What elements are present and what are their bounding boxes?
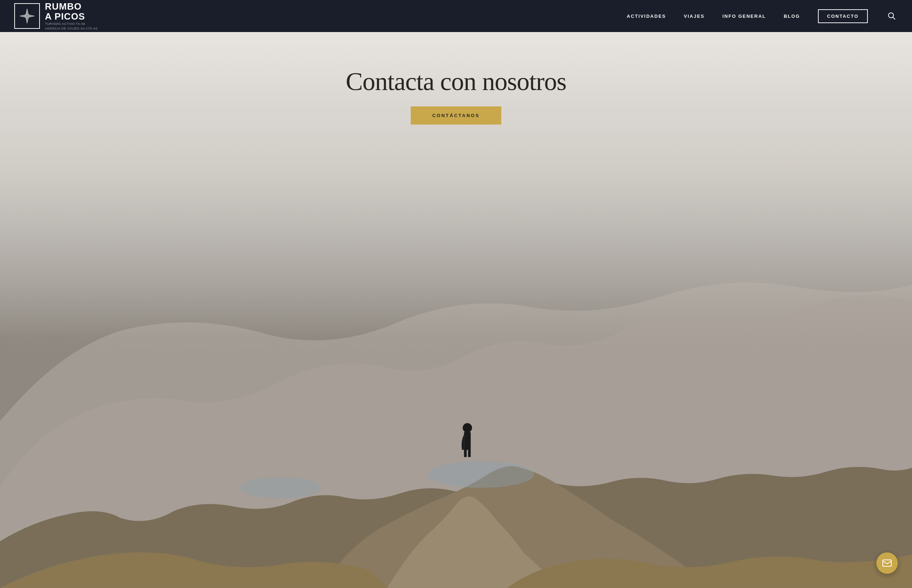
- logo-brand: RUMBO A PICOS: [45, 2, 97, 22]
- svg-line-4: [893, 18, 895, 19]
- floating-email-button[interactable]: [876, 552, 898, 574]
- main-nav: ACTIVIDADES VIAJES INFO GENERAL BLOG CON…: [627, 9, 898, 23]
- email-icon: [883, 559, 892, 567]
- svg-rect-10: [464, 448, 467, 457]
- svg-rect-8: [464, 431, 471, 450]
- svg-rect-12: [883, 560, 891, 566]
- hero-section: Contacta con nosotros CONTÁCTANOS: [0, 32, 912, 588]
- logo-text-block: RUMBO A PICOS TURISMO ACTIVO TA-56 AGENC…: [45, 2, 97, 31]
- logo-tagline-line1: TURISMO ACTIVO TA-56: [45, 22, 97, 26]
- logo-tagline-line2: AGENCIA DE VIAJES AV-273-AS: [45, 26, 97, 31]
- svg-rect-7: [0, 115, 912, 354]
- svg-point-6: [240, 477, 321, 499]
- nav-contacto-button[interactable]: CONTACTO: [818, 9, 868, 23]
- svg-point-5: [427, 461, 534, 488]
- site-header: RUMBO A PICOS TURISMO ACTIVO TA-56 AGENC…: [0, 0, 912, 32]
- nav-actividades[interactable]: ACTIVIDADES: [627, 13, 666, 19]
- svg-point-9: [463, 423, 472, 433]
- hero-mountains-svg: [0, 115, 912, 588]
- svg-rect-11: [468, 448, 471, 457]
- hero-cta-button[interactable]: CONTÁCTANOS: [411, 107, 501, 124]
- search-button[interactable]: [886, 10, 898, 22]
- nav-blog[interactable]: BLOG: [784, 13, 800, 19]
- nav-viajes[interactable]: VIAJES: [684, 13, 704, 19]
- logo-icon: [18, 7, 36, 25]
- hero-title: Contacta con nosotros: [346, 68, 567, 96]
- hero-content: Contacta con nosotros CONTÁCTANOS: [346, 68, 567, 124]
- search-icon: [888, 12, 896, 20]
- nav-info-general[interactable]: INFO GENERAL: [722, 13, 766, 19]
- logo-section: RUMBO A PICOS TURISMO ACTIVO TA-56 AGENC…: [14, 2, 97, 31]
- logo-box: [14, 3, 40, 29]
- svg-marker-2: [23, 12, 31, 20]
